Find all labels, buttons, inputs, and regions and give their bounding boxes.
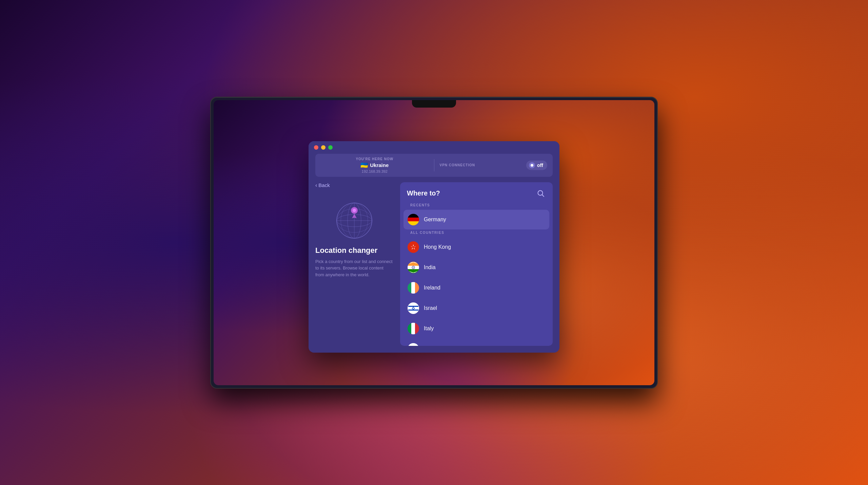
vpn-toggle[interactable]: off [526, 160, 547, 170]
flag-japan [408, 343, 419, 346]
country-item-italy[interactable]: Italy [403, 318, 549, 338]
left-panel: ‹ Back [315, 182, 400, 346]
ip-address: 192.168.39.392 [362, 169, 388, 173]
india-flag-icon [408, 261, 419, 273]
search-icon [537, 189, 545, 197]
country-item-israel[interactable]: Israel [403, 298, 549, 318]
minimize-button[interactable] [321, 145, 326, 149]
notch [412, 100, 456, 108]
app-window: YOU'RE HERE NOW 🇺🇦 Ukraine 192.168.39.39… [309, 141, 559, 352]
close-button[interactable] [314, 145, 318, 149]
country-item-germany[interactable]: Germany [403, 209, 549, 229]
search-button[interactable] [536, 188, 546, 198]
recents-section: RECENTS Germany [403, 203, 549, 229]
country-list: RECENTS Germany ALL COUNTRIES [400, 203, 553, 346]
country-item-hongkong[interactable]: Hong Kong [403, 237, 549, 257]
monitor-screen: YOU'RE HERE NOW 🇺🇦 Ukraine 192.168.39.39… [214, 100, 654, 385]
where-to-title: Where to? [407, 189, 440, 197]
flag-israel [408, 302, 419, 314]
status-divider [434, 159, 434, 171]
svg-point-8 [353, 208, 356, 212]
svg-point-15 [413, 267, 414, 267]
svg-point-12 [413, 246, 414, 247]
svg-line-10 [542, 194, 544, 197]
back-label: Back [318, 182, 330, 188]
maximize-button[interactable] [328, 145, 333, 149]
country-name-ireland: Ireland [424, 284, 440, 291]
flag-italy [408, 322, 419, 334]
location-label: YOU'RE HERE NOW [356, 157, 393, 161]
country-name-germany: Germany [424, 216, 446, 222]
traffic-lights [314, 145, 333, 149]
ukraine-flag: 🇺🇦 [360, 161, 368, 169]
flag-germany [408, 213, 419, 225]
japan-flag-icon [408, 343, 419, 346]
vpn-toggle-label: off [537, 162, 543, 168]
all-countries-label: ALL COUNTRIES [403, 230, 549, 237]
globe-illustration [332, 195, 376, 239]
toggle-indicator [529, 162, 535, 168]
country-item-india[interactable]: India [403, 257, 549, 277]
toggle-dot-inner [531, 164, 533, 166]
country-name: Ukraine [370, 162, 389, 168]
recents-label: RECENTS [403, 203, 549, 209]
monitor: YOU'RE HERE NOW 🇺🇦 Ukraine 192.168.39.39… [210, 97, 658, 389]
israel-flag-icon [408, 302, 419, 314]
country-item-japan[interactable]: Japan [403, 339, 549, 346]
title-bar [309, 141, 559, 153]
all-countries-section: ALL COUNTRIES [403, 230, 549, 346]
country-name-italy: Italy [424, 325, 434, 331]
country-name-israel: Israel [424, 305, 437, 311]
back-chevron-icon: ‹ [315, 182, 317, 188]
search-header: Where to? [400, 182, 553, 203]
back-button[interactable]: ‹ Back [315, 182, 393, 188]
main-content: ‹ Back [309, 182, 559, 352]
vpn-label: VPN CONNECTION [440, 163, 475, 167]
status-bar: YOU'RE HERE NOW 🇺🇦 Ukraine 192.168.39.39… [315, 153, 553, 176]
current-location: YOU'RE HERE NOW 🇺🇦 Ukraine 192.168.39.39… [321, 157, 429, 173]
vpn-status: VPN CONNECTION off [440, 160, 548, 170]
country-info: 🇺🇦 Ukraine [360, 161, 389, 169]
hk-flower-icon [409, 243, 417, 251]
flag-hongkong [408, 241, 419, 253]
country-item-ireland[interactable]: Ireland [403, 278, 549, 297]
location-description: Pick a country from our list and connect… [315, 258, 393, 278]
svg-point-18 [408, 343, 419, 346]
right-panel: Where to? RECENTS [400, 182, 553, 346]
country-name-hongkong: Hong Kong [424, 244, 451, 250]
country-name-india: India [424, 264, 436, 270]
flag-india [408, 261, 419, 273]
flag-ireland [408, 282, 419, 293]
location-title: Location changer [315, 246, 393, 255]
